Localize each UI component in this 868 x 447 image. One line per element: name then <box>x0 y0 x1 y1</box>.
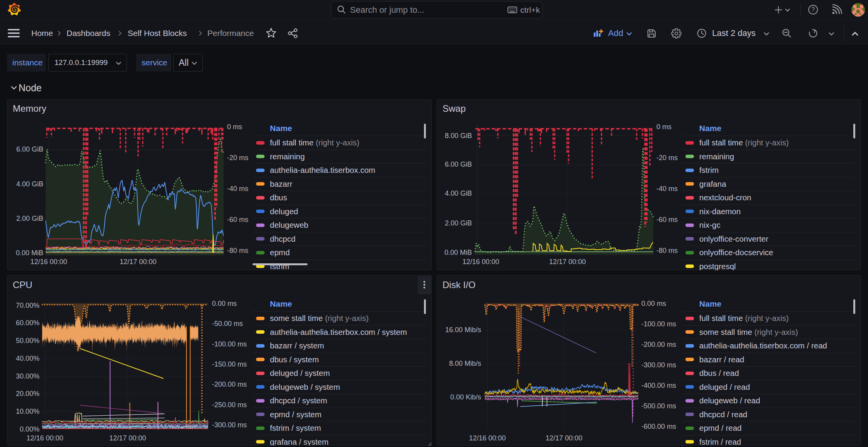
svg-text:?: ? <box>812 6 815 13</box>
